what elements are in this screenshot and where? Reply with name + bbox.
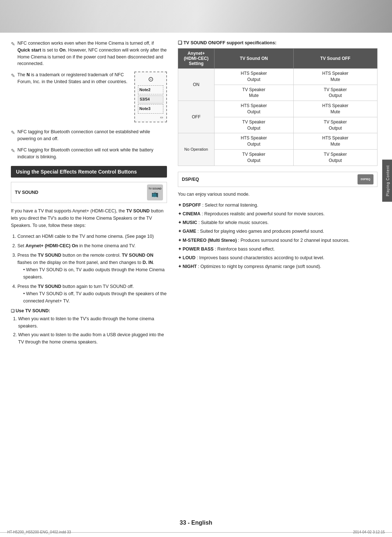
note-item-1: ✎ NFC connection works even when the Hom… — [11, 40, 167, 67]
dsp-intro: You can enjoy various sound mode. — [178, 191, 377, 198]
tv-sound-row: TV SOUND TV SOUND 📺 — [11, 182, 167, 203]
dsp-list: DSPOFF : Select for normal listening. CI… — [178, 202, 377, 271]
note3-label: Note3 — [139, 106, 151, 111]
use-item-1: When you want to listen to the TV's audi… — [18, 315, 167, 330]
th-anynet: Anynet+(HDMI-CEC)Setting — [178, 49, 215, 69]
on-sound-on-2: TV SpeakerMute — [215, 85, 294, 101]
noop-sound-on-2: TV SpeakerOutput — [215, 149, 294, 166]
note-text-2: ⊙ Note2 S3/S4 Note3 ▭ The N is a tradema… — [17, 72, 167, 124]
setting-no-op: No Operation — [178, 133, 215, 166]
dsp-item-4: GAME : Suited for playing video games an… — [178, 228, 377, 235]
dsp-item-8: NIGHT : Optimizes to night by compress d… — [178, 263, 377, 270]
table-heading: TV SOUND ON/OFF support specifications: — [178, 40, 377, 45]
setting-off: OFF — [178, 101, 215, 133]
th-sound-off: TV Sound OFF — [293, 49, 377, 69]
page-footer: HT-H5200_HS5200-ENG_0402.indd 33 2014-04… — [0, 532, 392, 537]
use-tv-sound-section: Use TV SOUND: When you want to listen to… — [11, 308, 167, 346]
dsp-eq-button[interactable]: DSP/EQ — [358, 174, 373, 184]
step-4: Press the TV SOUND button again to turn … — [17, 283, 167, 305]
dsp-row: DSP/EQ DSP/EQ — [178, 172, 377, 187]
note-text-1: NFC connection works even when the Home … — [17, 40, 167, 67]
page-number: 33 - English — [0, 520, 392, 526]
table-row: ON HTS SpeakerOutput HTS SpeakerMute — [178, 69, 377, 85]
step-2: Set Anynet+ (HDMI-CEC) On in the home ci… — [17, 242, 167, 249]
note-icon-4: ✎ — [11, 147, 15, 155]
dsp-item-1: DSPOFF : Select for normal listening. — [178, 202, 377, 209]
tv-sound-description: If you have a TV that supports Anynet+ (… — [11, 207, 167, 229]
note-item-2: ✎ ⊙ Note2 S3/S4 Note3 ▭ The N is a t — [11, 72, 167, 124]
specs-table: Anynet+(HDMI-CEC)Setting TV Sound ON TV … — [178, 48, 377, 166]
tv-sound-label: TV SOUND — [15, 190, 38, 195]
top-header — [0, 0, 392, 33]
dsp-label: DSP/EQ — [182, 177, 199, 182]
use-tv-sound-heading: Use TV SOUND: — [11, 308, 167, 313]
dsp-item-6: POWER BASS : Reinforce bass sound effect… — [178, 245, 377, 253]
tv-sound-button[interactable]: TV SOUND 📺 — [147, 184, 163, 200]
footer-right: 2014-04-02 3:12:15 — [353, 530, 385, 534]
on-sound-on-1: HTS SpeakerOutput — [215, 69, 294, 85]
use-tv-sound-list: When you want to listen to the TV's audi… — [18, 315, 167, 346]
dsp-item-7: LOUD : Improves bass sound characteristi… — [178, 254, 377, 262]
noop-sound-off-1: HTS SpeakerMute — [293, 133, 377, 150]
step-3-bullet: When TV SOUND is on, TV audio outputs th… — [23, 266, 167, 281]
off-sound-off-2: TV SpeakerOutput — [293, 117, 377, 133]
note-icon-2: ✎ — [11, 72, 15, 80]
playing-content-tab: Playing Content — [382, 160, 392, 202]
steps-list: Connect an HDMI cable to the TV and home… — [17, 233, 167, 305]
note-icon-3: ✎ — [11, 129, 15, 137]
setting-on: ON — [178, 69, 215, 101]
note-text-3: NFC tagging for Bluetooth connection can… — [17, 129, 167, 142]
right-column: TV SOUND ON/OFF support specifications: … — [178, 40, 377, 347]
step-1: Connect an HDMI cable to the TV and home… — [17, 233, 167, 240]
main-content: ✎ NFC connection works even when the Hom… — [0, 33, 392, 354]
nfc-device-image: ⊙ Note2 S3/S4 Note3 ▭ — [134, 72, 167, 122]
dsp-btn-text: DSP/EQ — [361, 178, 370, 180]
note-item-4: ✎ NFC tagging for Bluetooth connection w… — [11, 147, 167, 160]
note2-label: Note2 — [139, 88, 151, 92]
dsp-item-2: CINEMA : Reproduces realistic and powerf… — [178, 210, 377, 218]
note-icon-1: ✎ — [11, 40, 15, 48]
use-item-2: When you want to listen to the audio fro… — [18, 331, 167, 346]
tv-icon: 📺 — [151, 191, 159, 198]
th-sound-on: TV Sound ON — [215, 49, 294, 69]
on-sound-off-1: HTS SpeakerMute — [293, 69, 377, 85]
footer-left: HT-H5200_HS5200-ENG_0402.indd 33 — [7, 530, 71, 534]
tv-sound-btn-text: TV SOUND — [148, 187, 162, 190]
off-sound-off-1: HTS SpeakerMute — [293, 101, 377, 117]
dsp-item-5: M-STEREO (Multi Stereo) : Produces surro… — [178, 237, 377, 244]
note-text-4: NFC tagging for Bluetooth connection wil… — [17, 147, 167, 160]
step-4-bullet: When TV SOUND is off, TV audio outputs t… — [23, 290, 167, 305]
noop-sound-on-1: HTS SpeakerOutput — [215, 133, 294, 150]
s3s4-label: S3/S4 — [138, 95, 163, 103]
off-sound-on-1: HTS SpeakerOutput — [215, 101, 294, 117]
section-heading: Using the Special Effects Remote Control… — [11, 166, 167, 178]
step-3: Press the TV SOUND button on the remote … — [17, 252, 167, 281]
noop-sound-off-2: TV SpeakerOutput — [293, 149, 377, 166]
off-sound-on-2: TV SpeakerOutput — [215, 117, 294, 133]
table-row: OFF HTS SpeakerOutput HTS SpeakerMute — [178, 101, 377, 117]
dsp-item-3: MUSIC : Suitable for whole music sources… — [178, 219, 377, 227]
note-item-3: ✎ NFC tagging for Bluetooth connection c… — [11, 129, 167, 142]
table-row: No Operation HTS SpeakerOutput HTS Speak… — [178, 133, 377, 150]
left-column: ✎ NFC connection works even when the Hom… — [11, 40, 167, 347]
on-sound-off-2: TV SpeakerOutput — [293, 85, 377, 101]
